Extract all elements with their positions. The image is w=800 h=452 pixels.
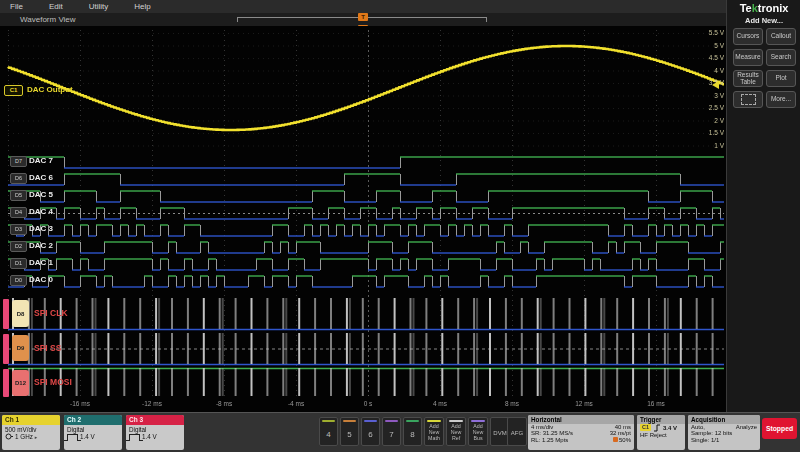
callout-button[interactable]: Callout (766, 28, 796, 45)
rising-edge-icon (653, 424, 661, 432)
ch1-scale: 500 mV/div (2, 425, 60, 433)
acquisition-badge[interactable]: Acquisition Auto,Analyze Sample: 12 bits… (688, 415, 760, 450)
time-label: 8 ms (490, 400, 534, 407)
ch1-badge[interactable]: Ch 1 500 mV/div 1 GHz ▸ (2, 415, 60, 450)
ch1-name: Ch 1 (2, 415, 60, 425)
digital-label-dac6[interactable]: DAC 6 (29, 173, 53, 182)
ch3-threshold: 1.4 V (126, 433, 184, 441)
add-new-ref-button[interactable]: Add New Ref (446, 417, 466, 446)
measure-button[interactable]: Measure (733, 49, 763, 66)
digital-badge-d3[interactable]: D3 (10, 224, 27, 235)
horizontal-badge[interactable]: Horizontal 4 ms/div40 ms SR: 31.25 MS/s3… (528, 415, 634, 450)
tab-waveform-view[interactable]: Waveform View (20, 15, 76, 24)
digital-badge-d6[interactable]: D6 (10, 173, 27, 184)
spi-group-bar[interactable] (3, 334, 9, 364)
ch2-name: Ch 2 (64, 415, 122, 425)
ch3-name: Ch 3 (126, 415, 184, 425)
search-button[interactable]: Search (766, 49, 796, 66)
run-stop-button[interactable]: Stopped (762, 418, 797, 439)
v-label: 2 V (698, 117, 724, 124)
menu-file[interactable]: File (10, 2, 23, 11)
results-table-button[interactable]: Results Table (733, 70, 763, 87)
spi-ss-label[interactable]: SPI SS (34, 343, 61, 353)
waveform-view: C1 DAC Output 5.5 V 5 V 4.5 V 4 V 3.5 V … (0, 26, 726, 412)
acquisition-title: Acquisition (688, 415, 760, 424)
ch8-button[interactable]: 8 (403, 417, 422, 446)
v-label: 4 V (698, 67, 724, 74)
draw-a-box-button[interactable] (733, 91, 763, 108)
digital-badge-d7[interactable]: D7 (10, 156, 27, 167)
digital-label-dac0[interactable]: DAC 0 (29, 275, 53, 284)
spi-mosi-chip[interactable]: D12 (12, 370, 29, 396)
waveform-canvas[interactable] (0, 26, 726, 412)
digital-label-dac2[interactable]: DAC 2 (29, 241, 53, 250)
menu-edit[interactable]: Edit (49, 2, 63, 11)
digital-label-dac7[interactable]: DAC 7 (29, 156, 53, 165)
bandwidth-icon: ▸ (35, 434, 38, 440)
draw-a-box-icon (741, 94, 756, 105)
position-icon (613, 437, 618, 442)
ch6-button[interactable]: 6 (361, 417, 380, 446)
menu-help[interactable]: Help (134, 2, 150, 11)
record-view-cap-left (237, 17, 238, 22)
menu-bar: File Edit Utility Help (0, 0, 726, 13)
digital-badge-d0[interactable]: D0 (10, 275, 27, 286)
ch7-button[interactable]: 7 (382, 417, 401, 446)
cursors-button[interactable]: Cursors (733, 28, 763, 45)
time-label: 12 ms (562, 400, 606, 407)
ch1-bandwidth: 1 GHz ▸ (2, 433, 60, 441)
v-label: 4.5 V (698, 54, 724, 61)
ch2-badge[interactable]: Ch 2 Digital 1.4 V (64, 415, 122, 450)
trigger-level-arrow[interactable] (712, 81, 719, 89)
channel1-reference-marker[interactable]: C1 (4, 85, 23, 96)
trigger-coupling: HF Reject (637, 432, 685, 438)
tektronix-logo: Tektronix (727, 2, 800, 14)
digital-label-dac1[interactable]: DAC 1 (29, 258, 53, 267)
ch3-mode: Digital (126, 425, 184, 433)
oscilloscope-app: File Edit Utility Help Waveform View T T… (0, 0, 800, 452)
time-label: 4 ms (418, 400, 462, 407)
afg-button[interactable]: AFG (507, 417, 527, 446)
digital-badge-d1[interactable]: D1 (10, 258, 27, 269)
spi-clk-label[interactable]: SPI CLK (34, 308, 68, 318)
ch4-button[interactable]: 4 (319, 417, 338, 446)
ch3-badge[interactable]: Ch 3 Digital 1.4 V (126, 415, 184, 450)
horizontal-title: Horizontal (528, 415, 634, 424)
spi-ss-chip[interactable]: D9 (12, 335, 29, 361)
add-new-math-button[interactable]: Add New Math (424, 417, 444, 446)
plot-button[interactable]: Plot (766, 70, 796, 87)
ch2-mode: Digital (64, 425, 122, 433)
add-new-header: Add New... (727, 16, 800, 25)
v-label: 3 V (698, 92, 724, 99)
time-label: 16 ms (634, 400, 678, 407)
probe-icon (5, 433, 13, 440)
add-new-bus-button[interactable]: Add New Bus (468, 417, 488, 446)
digital-badge-d4[interactable]: D4 (10, 207, 27, 218)
analog-trace-label[interactable]: DAC Output (27, 85, 73, 94)
trigger-source-chip: C1 (640, 424, 651, 431)
digital-badge-d2[interactable]: D2 (10, 241, 27, 252)
spi-clk-chip[interactable]: D8 (12, 300, 29, 327)
v-label: 5.5 V (698, 29, 724, 36)
spi-mosi-label[interactable]: SPI MOSI (34, 377, 72, 387)
time-label: -4 ms (274, 400, 318, 407)
trigger-badge[interactable]: Trigger C1 3.4 V HF Reject (637, 415, 685, 450)
v-label: 1 V (698, 142, 724, 149)
spi-group-bar[interactable] (3, 369, 9, 397)
digital-badge-d5[interactable]: D5 (10, 190, 27, 201)
time-label: -16 ms (58, 400, 102, 407)
v-label: 3.5 V (698, 79, 724, 86)
time-label: 0 s (346, 400, 390, 407)
digital-label-dac4[interactable]: DAC 4 (29, 207, 53, 216)
digital-label-dac5[interactable]: DAC 5 (29, 190, 53, 199)
ch5-button[interactable]: 5 (340, 417, 359, 446)
digital-label-dac3[interactable]: DAC 3 (29, 224, 53, 233)
trigger-position-marker-top[interactable]: T (358, 13, 368, 21)
v-label: 1.5 V (698, 129, 724, 136)
more-button[interactable]: More... (766, 91, 796, 108)
spi-group-bar[interactable] (3, 299, 9, 329)
square-wave-icon (129, 434, 140, 440)
v-label: 5 V (698, 42, 724, 49)
menu-utility[interactable]: Utility (89, 2, 109, 11)
square-wave-icon (67, 434, 78, 440)
